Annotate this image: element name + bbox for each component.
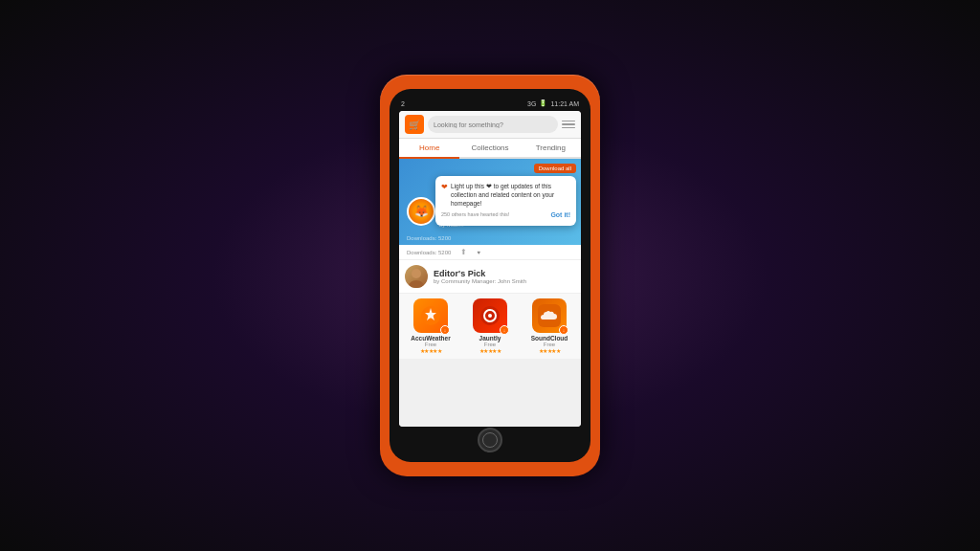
svg-point-6 <box>488 314 492 318</box>
app-stars-accuweather: ★★★★★ <box>420 347 442 354</box>
download-badge-accuweather: ↓ <box>440 325 450 335</box>
phone-screen: 🛒 Home Collections Trending Download all <box>399 111 581 427</box>
banner-downloads: Downloads: 5200 <box>407 235 451 241</box>
marketplace-icon: 🛒 <box>405 115 424 134</box>
download-badge-soundcloud: ↓ <box>559 325 568 335</box>
home-button-inner <box>482 432 498 448</box>
status-right: 3G 🔋 11:21 AM <box>527 99 579 107</box>
content-area: Download all 🦊 App S... by Mozi... Downl… <box>399 159 581 427</box>
app-icon-wrapper-soundcloud: ↓ <box>532 298 567 333</box>
app-icon-wrapper-jauntly: ↓ <box>473 298 507 333</box>
editors-pick-title: Editor's Pick <box>434 269 575 278</box>
search-bar: 🛒 <box>399 111 581 139</box>
got-it-button[interactable]: Got it! <box>550 210 570 220</box>
editors-pick-by: by Community Manager: John Smith <box>434 278 575 284</box>
app-stars-jauntly: ★★★★★ <box>479 347 501 354</box>
svg-point-3 <box>428 313 434 319</box>
heart-count[interactable]: ♥ <box>477 250 480 255</box>
heart-icon-bar: ♥ <box>477 250 480 255</box>
editors-pick-section: Editor's Pick by Community Manager: John… <box>399 260 581 294</box>
home-button[interactable] <box>478 428 502 452</box>
app-list-row: ↓ AccuWeather Free ★★★★★ <box>399 294 581 359</box>
phone-inner: 2 3G 🔋 11:21 AM 🛒 Home <box>390 89 590 462</box>
notification-count: 2 <box>401 100 405 107</box>
featured-banner: Download all 🦊 App S... by Mozi... Downl… <box>399 159 581 245</box>
time-display: 11:21 AM <box>550 100 579 107</box>
battery-icon: 🔋 <box>539 99 547 107</box>
editors-pick-header: Editor's Pick by Community Manager: John… <box>405 265 575 288</box>
editors-pick-info: Editor's Pick by Community Manager: John… <box>434 269 575 284</box>
app-stars-soundcloud: ★★★★★ <box>539 347 561 354</box>
app-name-jauntly: Jauntly <box>479 335 501 342</box>
share-icon[interactable]: ⬆ <box>460 248 467 256</box>
firefox-logo: 🦊 <box>407 197 435 226</box>
phone-device: 2 3G 🔋 11:21 AM 🛒 Home <box>380 75 600 476</box>
heart-icon: ❤ <box>441 182 448 192</box>
list-item[interactable]: ↓ SoundCloud Free ★★★★★ <box>523 298 575 354</box>
menu-icon[interactable] <box>562 121 575 129</box>
tooltip-popup: ❤ Light up this ❤ to get updates of this… <box>435 176 576 226</box>
app-icon-wrapper-accuweather: ↓ <box>413 298 448 333</box>
status-bar: 2 3G 🔋 11:21 AM <box>399 97 581 110</box>
download-all-button[interactable]: Download all <box>534 164 576 173</box>
tab-collections[interactable]: Collections <box>459 139 520 157</box>
tab-home[interactable]: Home <box>399 139 459 159</box>
svg-point-1 <box>409 280 424 288</box>
tab-trending[interactable]: Trending <box>521 139 581 157</box>
tooltip-footer: 250 others have hearted this! Got it! <box>441 210 570 220</box>
download-badge-jauntly: ↓ <box>500 325 509 335</box>
nav-tabs: Home Collections Trending <box>399 139 581 159</box>
app-name-soundcloud: SoundCloud <box>531 335 568 342</box>
app-name-accuweather: AccuWeather <box>411 335 450 342</box>
share-bar: Downloads: 5200 ⬆ ♥ <box>399 245 581 260</box>
svg-point-0 <box>412 269 421 278</box>
editor-avatar <box>405 265 428 288</box>
list-item[interactable]: ↓ Jauntly Free ★★★★★ <box>464 298 516 354</box>
tooltip-text: Light up this ❤ to get updates of this c… <box>451 182 570 208</box>
signal-icon: 3G <box>527 100 536 107</box>
search-input[interactable] <box>428 116 558 133</box>
downloads-count: Downloads: 5200 <box>407 250 451 255</box>
others-count: 250 others have hearted this! <box>441 211 509 219</box>
tooltip-header: ❤ Light up this ❤ to get updates of this… <box>441 182 570 208</box>
list-item[interactable]: ↓ AccuWeather Free ★★★★★ <box>405 298 457 354</box>
